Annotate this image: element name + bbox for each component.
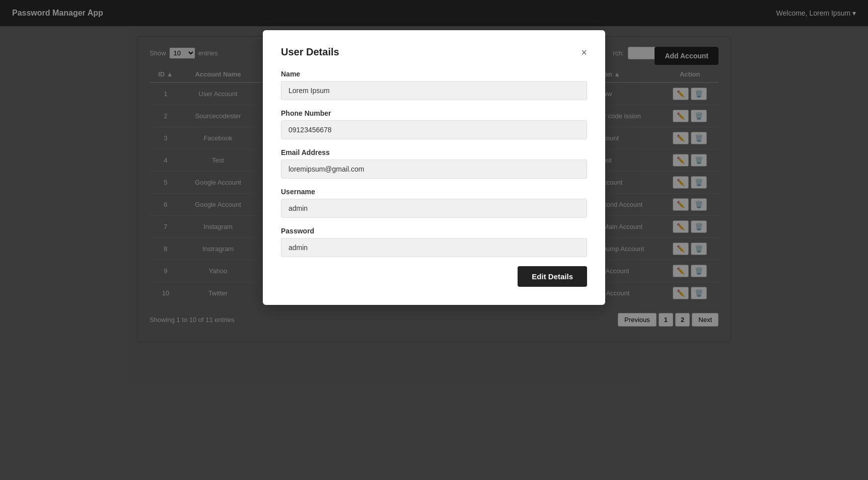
name-label: Name (281, 70, 587, 78)
username-field-group: Username (281, 188, 587, 218)
password-input[interactable] (281, 238, 587, 257)
modal-header: User Details × (281, 46, 587, 58)
email-label: Email Address (281, 148, 587, 156)
modal-title: User Details (281, 46, 339, 58)
username-label: Username (281, 188, 587, 196)
phone-label: Phone Number (281, 109, 587, 117)
username-input[interactable] (281, 199, 587, 218)
phone-field-group: Phone Number (281, 109, 587, 139)
modal-overlay: User Details × Name Phone Number Email A… (0, 0, 868, 480)
phone-input[interactable] (281, 120, 587, 139)
email-field-group: Email Address (281, 148, 587, 179)
modal-footer: Edit Details (281, 266, 587, 287)
user-details-modal: User Details × Name Phone Number Email A… (263, 30, 605, 305)
edit-details-button[interactable]: Edit Details (518, 266, 587, 287)
modal-close-button[interactable]: × (581, 47, 587, 57)
name-input[interactable] (281, 81, 587, 100)
name-field-group: Name (281, 70, 587, 100)
password-field-group: Password (281, 227, 587, 257)
email-input[interactable] (281, 159, 587, 179)
password-label: Password (281, 227, 587, 235)
